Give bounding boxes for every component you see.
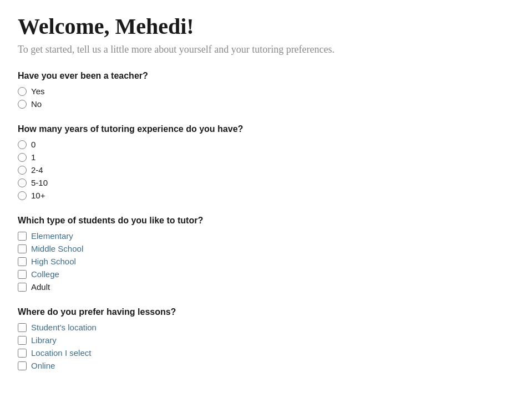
option-label-experience-0: 0	[31, 140, 36, 149]
option-row-student_type-high_school[interactable]: High School	[18, 257, 514, 266]
option-label-student_type-high_school: High School	[31, 257, 76, 266]
option-row-student_type-middle_school[interactable]: Middle School	[18, 244, 514, 253]
option-row-experience-5-10[interactable]: 5-10	[18, 178, 514, 187]
option-label-lesson_location-students_location: Student's location	[31, 323, 97, 332]
option-label-lesson_location-location_i_select: Location I select	[31, 348, 91, 358]
input-student_type-college[interactable]	[18, 270, 27, 279]
option-row-teacher-yes[interactable]: Yes	[18, 86, 514, 96]
question-label-lesson_location: Where do you prefer having lessons?	[18, 307, 514, 317]
option-label-student_type-college: College	[31, 269, 59, 279]
option-row-teacher-no[interactable]: No	[18, 99, 514, 109]
input-teacher-no[interactable]	[18, 100, 27, 109]
option-label-lesson_location-library: Library	[31, 335, 57, 345]
question-section-student_type: Which type of students do you like to tu…	[18, 216, 514, 292]
option-label-teacher-yes: Yes	[31, 86, 44, 96]
input-student_type-high_school[interactable]	[18, 257, 27, 266]
option-row-student_type-elementary[interactable]: Elementary	[18, 231, 514, 241]
option-row-experience-1[interactable]: 1	[18, 152, 514, 162]
input-student_type-adult[interactable]	[18, 283, 27, 292]
option-row-experience-10+[interactable]: 10+	[18, 191, 514, 200]
question-label-teacher: Have you ever been a teacher?	[18, 71, 514, 81]
question-label-experience: How many years of tutoring experience do…	[18, 124, 514, 134]
question-label-student_type: Which type of students do you like to tu…	[18, 216, 514, 226]
option-label-experience-10+: 10+	[31, 191, 45, 200]
page-title: Welcome, Mehedi!	[18, 13, 514, 39]
input-teacher-yes[interactable]	[18, 87, 27, 96]
input-experience-0[interactable]	[18, 140, 27, 149]
question-section-experience: How many years of tutoring experience do…	[18, 124, 514, 200]
option-label-experience-5-10: 5-10	[31, 178, 48, 187]
option-row-student_type-adult[interactable]: Adult	[18, 282, 514, 292]
page-subtitle: To get started, tell us a little more ab…	[18, 44, 514, 55]
input-lesson_location-location_i_select[interactable]	[18, 349, 27, 358]
option-label-student_type-adult: Adult	[31, 282, 50, 292]
option-row-experience-0[interactable]: 0	[18, 140, 514, 149]
option-row-lesson_location-students_location[interactable]: Student's location	[18, 323, 514, 332]
option-row-lesson_location-library[interactable]: Library	[18, 335, 514, 345]
input-experience-1[interactable]	[18, 153, 27, 162]
option-label-experience-1: 1	[31, 152, 36, 162]
option-row-lesson_location-online[interactable]: Online	[18, 361, 514, 370]
input-experience-10+[interactable]	[18, 191, 27, 200]
option-label-experience-2-4: 2-4	[31, 165, 43, 175]
input-student_type-elementary[interactable]	[18, 232, 27, 241]
option-label-lesson_location-online: Online	[31, 361, 55, 370]
input-lesson_location-students_location[interactable]	[18, 323, 27, 332]
question-section-lesson_location: Where do you prefer having lessons?Stude…	[18, 307, 514, 370]
input-student_type-middle_school[interactable]	[18, 244, 27, 253]
option-row-student_type-college[interactable]: College	[18, 269, 514, 279]
option-label-student_type-elementary: Elementary	[31, 231, 73, 241]
question-section-teacher: Have you ever been a teacher?YesNo	[18, 71, 514, 109]
option-row-lesson_location-location_i_select[interactable]: Location I select	[18, 348, 514, 358]
option-label-teacher-no: No	[31, 99, 42, 109]
input-lesson_location-library[interactable]	[18, 336, 27, 345]
input-lesson_location-online[interactable]	[18, 361, 27, 370]
input-experience-5-10[interactable]	[18, 178, 27, 187]
option-label-student_type-middle_school: Middle School	[31, 244, 83, 253]
input-experience-2-4[interactable]	[18, 166, 27, 175]
option-row-experience-2-4[interactable]: 2-4	[18, 165, 514, 175]
